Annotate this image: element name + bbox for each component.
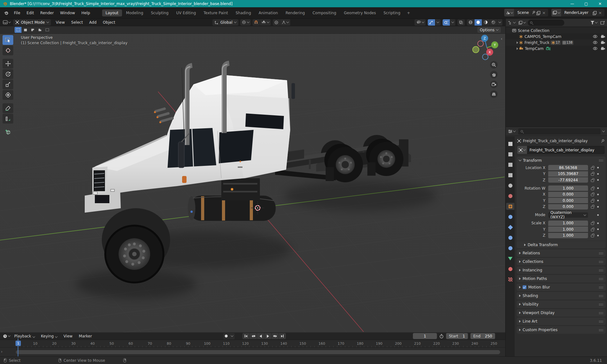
- properties-tab-texture[interactable]: [506, 276, 514, 283]
- outliner-editor-type-button[interactable]: [507, 21, 516, 25]
- lock-icon[interactable]: [591, 179, 594, 182]
- panel-visibility[interactable]: Visibility: [517, 300, 606, 308]
- animate-dot-icon[interactable]: [597, 222, 599, 224]
- rotate-tool[interactable]: [3, 69, 13, 79]
- number-field[interactable]: 1.000: [548, 233, 588, 238]
- workspace-tab-compositing[interactable]: Compositing: [309, 9, 340, 16]
- timeline-menu-keying[interactable]: Keying: [38, 333, 60, 340]
- viewport-menu-object[interactable]: Object: [100, 19, 118, 26]
- maximize-icon[interactable]: ▢: [579, 0, 593, 7]
- select-tweak-button[interactable]: [15, 27, 21, 33]
- properties-tab-view-layer[interactable]: [506, 172, 514, 179]
- pin-icon[interactable]: [601, 139, 604, 143]
- timeline-track[interactable]: [0, 348, 505, 356]
- browse-view-layer-button[interactable]: [551, 9, 561, 16]
- lock-icon[interactable]: [591, 167, 594, 170]
- workspace-tab-modeling[interactable]: Modeling: [123, 9, 147, 16]
- drag-handle-icon[interactable]: [599, 159, 603, 161]
- pin-icon[interactable]: [532, 11, 535, 15]
- pivot-point-dropdown[interactable]: [240, 19, 251, 26]
- properties-editor-type-button[interactable]: [507, 130, 516, 133]
- animate-dot-icon[interactable]: [597, 228, 599, 230]
- hide-in-viewport-icon[interactable]: [593, 47, 598, 50]
- outliner-filter-button[interactable]: [590, 21, 598, 24]
- snap-with-dropdown[interactable]: [260, 19, 271, 26]
- drag-handle-icon[interactable]: [599, 286, 603, 288]
- hide-in-viewport-icon[interactable]: [593, 35, 598, 38]
- proportional-falloff-dropdown[interactable]: [280, 19, 290, 26]
- properties-tab-modifiers[interactable]: [506, 213, 514, 220]
- shading-wireframe-button[interactable]: [467, 19, 474, 26]
- play-reverse-button[interactable]: [257, 333, 264, 339]
- gizmo-dropdown[interactable]: [435, 19, 440, 26]
- lock-icon[interactable]: [591, 235, 594, 237]
- timeline-expand-arrow[interactable]: ›: [1, 349, 3, 354]
- properties-filter-dropdown[interactable]: [602, 130, 605, 132]
- animate-dot-icon[interactable]: [597, 194, 599, 195]
- new-layer-icon[interactable]: [593, 11, 596, 15]
- close-icon[interactable]: ✕: [593, 0, 607, 7]
- workspace-tab-rendering[interactable]: Rendering: [282, 9, 308, 16]
- scene-name[interactable]: Scene: [514, 10, 532, 15]
- previous-keyframe-button[interactable]: [250, 333, 257, 339]
- disable-in-renders-icon[interactable]: [601, 41, 605, 44]
- panel-collections[interactable]: Collections: [517, 258, 606, 265]
- orientation-dropdown[interactable]: Global: [212, 19, 238, 26]
- animate-dot-icon[interactable]: [597, 200, 599, 201]
- drag-handle-icon[interactable]: [599, 269, 603, 271]
- animate-dot-icon[interactable]: [597, 173, 599, 175]
- current-frame-marker[interactable]: 1: [15, 341, 21, 346]
- properties-tab-scene[interactable]: [506, 182, 514, 189]
- unlink-scene-icon[interactable]: ×: [541, 10, 547, 15]
- hide-in-viewport-icon[interactable]: [593, 41, 598, 44]
- properties-tab-object[interactable]: [506, 203, 514, 210]
- transform-tool[interactable]: [3, 90, 13, 100]
- outliner-item-label[interactable]: Freight_Truck: [524, 40, 549, 45]
- shading-dropdown[interactable]: [497, 19, 502, 26]
- drag-handle-icon[interactable]: [599, 312, 603, 314]
- outliner-display-mode-button[interactable]: [518, 21, 526, 25]
- workspace-tab-uv-editing[interactable]: UV Editing: [173, 9, 199, 16]
- animate-dot-icon[interactable]: [597, 187, 599, 189]
- number-field[interactable]: 86.56368: [548, 165, 588, 170]
- browse-scene-button[interactable]: [504, 9, 514, 16]
- outliner-item-label[interactable]: TempCam: [525, 46, 543, 51]
- proportional-edit-toggle[interactable]: [273, 19, 280, 26]
- lock-icon[interactable]: [591, 194, 594, 196]
- zoom-button[interactable]: [490, 61, 498, 69]
- expand-arrow-icon[interactable]: [515, 41, 519, 44]
- workspace-tab-layout[interactable]: Layout: [102, 9, 122, 16]
- jump-to-end-button[interactable]: [279, 333, 286, 339]
- viewport-3d[interactable]: Object Mode ViewSelectAddObject Global: [0, 19, 505, 332]
- pan-button[interactable]: [490, 71, 498, 78]
- frame-end-field[interactable]: End250: [470, 333, 495, 339]
- timeline-menu-playback[interactable]: Playback: [11, 333, 38, 340]
- cursor-tool[interactable]: [3, 46, 13, 55]
- shading-solid-button[interactable]: [475, 19, 482, 26]
- select-extend-button[interactable]: [29, 27, 36, 33]
- outliner-row-freight_truck[interactable]: Freight_Truck17138: [506, 39, 607, 46]
- scale-tool[interactable]: [3, 80, 13, 89]
- outliner-item-label[interactable]: Scene Collection: [518, 28, 549, 33]
- panel-relations[interactable]: Relations: [517, 249, 606, 257]
- panel-motion-blur[interactable]: Motion Blur: [517, 283, 606, 291]
- properties-tab-particles[interactable]: [506, 224, 514, 231]
- timeline-scrollbar[interactable]: [16, 350, 500, 354]
- topbar-menu-edit[interactable]: Edit: [23, 9, 37, 16]
- properties-tab-physics[interactable]: [506, 234, 514, 241]
- properties-tab-world[interactable]: [506, 192, 514, 199]
- record-button[interactable]: [223, 333, 229, 339]
- drag-handle-icon[interactable]: [599, 320, 603, 323]
- select-box-tool[interactable]: [3, 35, 13, 45]
- app-menu-blender-icon[interactable]: [3, 10, 9, 15]
- properties-tab-material[interactable]: [506, 265, 514, 272]
- panel-line-art[interactable]: Line Art: [517, 318, 606, 325]
- timeline-ruler[interactable]: 1 10203040506070809010011012013014015016…: [0, 340, 505, 348]
- panel-checkbox[interactable]: [523, 285, 526, 289]
- options-dropdown[interactable]: Options: [477, 27, 501, 33]
- timeline-menu-marker[interactable]: Marker: [76, 333, 95, 340]
- expand-arrow-icon[interactable]: [515, 47, 519, 50]
- rotation-mode-dropdown[interactable]: Quaternion (WXYZ): [548, 212, 588, 218]
- workspace-tab-scripting[interactable]: Scripting: [380, 9, 404, 16]
- drag-handle-icon[interactable]: [599, 329, 603, 331]
